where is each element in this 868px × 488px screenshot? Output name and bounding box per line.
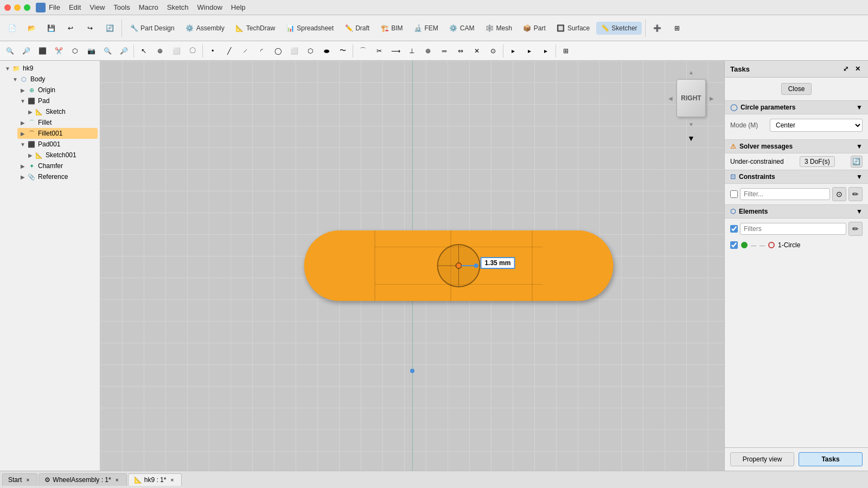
view-clipping-btn[interactable]: ✂️ — [51, 43, 66, 59]
tab-hk9-close[interactable]: × — [168, 476, 176, 484]
circle-tool[interactable]: ◯ — [270, 43, 285, 59]
assembly-btn[interactable]: ⚙️ Assembly — [181, 22, 229, 35]
constraints-header[interactable]: ⊡ Constraints ▼ — [725, 170, 868, 184]
point-tool[interactable]: • — [205, 43, 220, 59]
equal-tool[interactable]: ═ — [437, 43, 452, 59]
split-tool[interactable]: ⊥ — [404, 43, 419, 59]
spline-tool[interactable]: 〜 — [335, 43, 350, 59]
refresh-btn[interactable]: 🔄 — [101, 20, 118, 37]
menu-sketch[interactable]: Sketch — [167, 3, 189, 11]
menu-macro[interactable]: Macro — [139, 3, 158, 11]
tree-fillet001[interactable]: ▶ ⌒ Fillet001 — [17, 128, 98, 139]
arc-tool[interactable]: ◜ — [254, 43, 269, 59]
maximize-traffic-light[interactable] — [24, 4, 30, 11]
cube-nav-left[interactable]: ◀ — [667, 92, 674, 104]
more-tools2[interactable]: ▸ — [522, 43, 537, 59]
tree-body[interactable]: ▼ ⬡ Body — [10, 74, 98, 85]
lasso-btn[interactable]: 〇 — [185, 43, 200, 59]
cam-btn[interactable]: ⚙️ CAM — [445, 22, 479, 35]
techdraw-btn[interactable]: 📐 TechDraw — [231, 22, 279, 35]
open-file-btn[interactable]: 📂 — [23, 20, 40, 37]
more-tools3[interactable]: ▸ — [538, 43, 553, 59]
part-btn[interactable]: 📦 Part — [519, 22, 550, 35]
sketcher-btn[interactable]: 📏 Sketcher — [596, 22, 641, 35]
cube-nav-right[interactable]: ▶ — [708, 92, 716, 104]
grid-btn[interactable]: ⊞ — [668, 20, 686, 37]
point-select-btn[interactable]: ⊕ — [152, 43, 168, 59]
elements-header[interactable]: ⬡ Elements ▼ — [725, 204, 868, 219]
polygon-tool[interactable]: ⬡ — [303, 43, 318, 59]
bim-btn[interactable]: 🏗️ BIM — [376, 22, 407, 35]
rect-tool[interactable]: ⬜ — [286, 43, 302, 59]
line-tool[interactable]: ╱ — [221, 43, 237, 59]
polyline-tool[interactable]: ⟋ — [238, 43, 253, 59]
more-tools[interactable]: ▸ — [506, 43, 521, 59]
zoom-area-btn[interactable]: 🔎 — [18, 43, 34, 59]
grid-snap-btn[interactable]: ⊞ — [558, 43, 573, 59]
extend-tool[interactable]: ⟶ — [388, 43, 403, 59]
redo-btn[interactable]: ↪ — [81, 20, 99, 37]
cube-nav-up[interactable]: ▲ — [685, 66, 697, 78]
elements-filter-input[interactable] — [740, 223, 846, 235]
spreadsheet-btn[interactable]: 📊 Spreadsheet — [282, 22, 338, 35]
tab-wheelassembly-close[interactable]: × — [113, 476, 121, 484]
fem-btn[interactable]: 🔬 FEM — [410, 22, 443, 35]
menu-file[interactable]: File — [49, 3, 60, 11]
panel-resize-btn[interactable]: ⤢ — [841, 64, 851, 74]
menu-window[interactable]: Window — [197, 3, 222, 11]
elem-check-1[interactable] — [730, 241, 738, 249]
solver-header[interactable]: ⚠ Solver messages ▼ — [725, 139, 868, 153]
tree-sketch[interactable]: ▶ 📐 Sketch — [25, 106, 98, 117]
tab-wheelassembly[interactable]: ⚙ WheelAssembly : 1* × — [39, 473, 126, 486]
view-ortho-btn[interactable]: ⬡ — [67, 43, 82, 59]
elements-checkbox[interactable] — [730, 225, 738, 233]
symm-tool[interactable]: ⇔ — [453, 43, 468, 59]
tree-fillet[interactable]: ▶ ⌒ Fillet — [17, 117, 98, 128]
cube-down-icon[interactable]: ▼ — [685, 132, 697, 144]
coinc-tool[interactable]: ✕ — [469, 43, 484, 59]
add-module-btn[interactable]: ➕ — [649, 20, 666, 37]
cube-nav-down[interactable]: ▼ — [685, 118, 697, 130]
tree-reference[interactable]: ▶ 📎 Reference — [17, 171, 98, 182]
tree-pad[interactable]: ▼ ⬛ Pad — [17, 95, 98, 106]
circle-params-header[interactable]: ◯ Circle parameters ▼ — [725, 100, 868, 114]
box-select-btn[interactable]: ⬜ — [169, 43, 184, 59]
tree-chamfer[interactable]: ▶ ✦ Chamfer — [17, 160, 98, 171]
ellipse-tool[interactable]: ⬬ — [319, 43, 334, 59]
constraint-add-btn[interactable]: ⊙ — [832, 187, 846, 201]
undo-btn[interactable]: ↩ — [62, 20, 79, 37]
cube-face[interactable]: RIGHT — [676, 79, 705, 117]
trim-tool[interactable]: ✂ — [372, 43, 387, 59]
draft-btn[interactable]: ✏️ Draft — [340, 22, 374, 35]
save-btn[interactable]: 💾 — [42, 20, 60, 37]
zoom-out-btn[interactable]: 🔎 — [116, 43, 131, 59]
surface-btn[interactable]: 🔲 Surface — [552, 22, 594, 35]
tree-pad001[interactable]: ▼ ⬛ Pad001 — [17, 139, 98, 150]
fillet-tool[interactable]: ⌒ — [355, 43, 371, 59]
mesh-btn[interactable]: 🕸️ Mesh — [481, 22, 516, 35]
constraints-filter-input[interactable] — [740, 188, 830, 200]
tree-origin[interactable]: ▶ ⊕ Origin — [17, 85, 98, 95]
canvas-area[interactable]: 1.35 mm ▲ ◀ RIGHT ▶ ▼ ▼ — [100, 61, 724, 471]
constraints-checkbox[interactable] — [730, 190, 738, 198]
menu-edit[interactable]: Edit — [69, 3, 81, 11]
tree-root-hk9[interactable]: ▼ 📁 hk9 — [2, 63, 98, 74]
part-design-btn[interactable]: 🔧 Part Design — [125, 22, 179, 35]
mode-select[interactable]: Center 3 Points — [770, 119, 863, 132]
zoom-fit-btn[interactable]: 🔍 — [2, 43, 17, 59]
refresh-dof-btn[interactable]: 🔄 — [851, 156, 863, 168]
magnify-btn[interactable]: 🔍 — [100, 43, 115, 59]
menu-help[interactable]: Help — [231, 3, 246, 11]
fix-tool[interactable]: ⊕ — [420, 43, 436, 59]
view-perspective-btn[interactable]: 📷 — [84, 43, 99, 59]
point-on-obj-tool[interactable]: ⊙ — [486, 43, 501, 59]
elements-filter-btn[interactable]: ✏ — [848, 222, 863, 236]
view-3d-btn[interactable]: ⬛ — [35, 43, 50, 59]
select-btn[interactable]: ↖ — [136, 43, 151, 59]
minimize-traffic-light[interactable] — [14, 4, 21, 11]
tasks-btn[interactable]: Tasks — [799, 452, 863, 466]
tab-start-close[interactable]: × — [24, 476, 31, 484]
new-file-btn[interactable]: 📄 — [3, 20, 21, 37]
tab-hk9[interactable]: 📐 hk9 : 1* × — [128, 473, 182, 486]
constraint-edit-btn[interactable]: ✏ — [848, 187, 863, 201]
